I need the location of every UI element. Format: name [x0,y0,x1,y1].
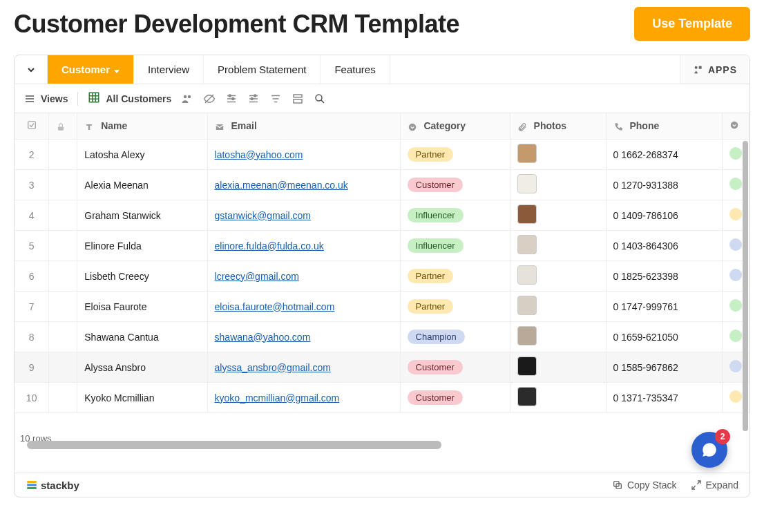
cell-photos[interactable] [510,140,606,170]
email-link[interactable]: elinore.fulda@fulda.co.uk [215,240,324,251]
cell-phone[interactable]: 0 1747-999761 [606,292,722,322]
cell-category[interactable]: Customer [400,352,510,383]
svg-point-22 [254,95,256,97]
cell-photos[interactable] [510,292,606,322]
cell-email[interactable]: latosha@yahoo.com [207,140,400,170]
table-row[interactable]: 7Eloisa Fauroteeloisa.faurote@hotmail.co… [15,292,749,322]
table-row[interactable]: 9Alyssa Ansbroalyssa_ansbro@gmail.comCus… [15,352,749,383]
checkbox-header[interactable] [15,113,49,140]
cell-phone[interactable]: 0 1662-268374 [606,140,722,170]
current-view-button[interactable]: All Customers [88,91,171,106]
avatar [517,205,537,224]
cell-photos[interactable] [510,322,606,352]
tab-customer[interactable]: Customer [48,55,134,84]
cell-name[interactable]: Shawana Cantua [77,322,207,352]
cell-category[interactable]: Customer [400,383,510,413]
cell-name[interactable]: Latosha Alexy [77,140,207,170]
copy-stack-button[interactable]: Copy Stack [612,479,677,491]
cell-phone[interactable]: 0 1659-621050 [606,322,722,352]
column-category[interactable]: Category [400,113,510,140]
table-row[interactable]: 8Shawana Cantuashawana@yahoo.comChampion… [15,322,749,352]
cell-name[interactable]: Alyssa Ansbro [77,352,207,383]
email-link[interactable]: latosha@yahoo.com [215,149,303,160]
column-label: Email [231,120,256,131]
cell-phone[interactable]: 0 1371-735347 [606,383,722,413]
group-icon[interactable] [247,93,260,105]
table-row[interactable]: 2Latosha Alexylatosha@yahoo.comPartner0 … [15,140,749,170]
cell-email[interactable]: alyssa_ansbro@gmail.com [207,352,400,383]
cell-email[interactable]: eloisa.faurote@hotmail.com [207,292,400,322]
tab-problem-statement[interactable]: Problem Statement [204,55,321,84]
row-number: 6 [15,261,49,292]
svg-line-41 [697,481,700,484]
column-photos[interactable]: Photos [510,113,606,140]
cell-email[interactable]: alexia.meenan@meenan.co.uk [207,170,400,200]
expand-button[interactable]: Expand [691,479,738,491]
column-more[interactable] [722,113,749,140]
cell-email[interactable]: lcreecy@gmail.com [207,261,400,292]
email-link[interactable]: shawana@yahoo.com [215,332,311,343]
row-height-icon[interactable] [292,93,304,105]
use-template-button[interactable]: Use Template [634,7,750,41]
cell-category[interactable]: Partner [400,292,510,322]
views-menu[interactable]: Views [24,93,68,104]
cell-photos[interactable] [510,383,606,413]
email-link[interactable]: gstanwick@gmail.com [215,210,311,221]
column-phone[interactable]: Phone [606,113,722,140]
cell-name[interactable]: Elinore Fulda [77,231,207,261]
cell-photos[interactable] [510,200,606,231]
vertical-scrollbar[interactable] [743,141,748,431]
chat-fab[interactable]: 2 [691,432,727,468]
cell-photos[interactable] [510,231,606,261]
column-email[interactable]: Email [207,113,400,140]
cell-category[interactable]: Customer [400,170,510,200]
email-link[interactable]: alexia.meenan@meenan.co.uk [215,180,348,191]
collaborators-icon[interactable] [181,93,193,105]
cell-category[interactable]: Influencer [400,200,510,231]
cell-phone[interactable]: 0 1825-623398 [606,261,722,292]
cell-photos[interactable] [510,352,606,383]
horizontal-scrollbar[interactable] [27,441,441,449]
cell-name[interactable]: Alexia Meenan [77,170,207,200]
cell-phone[interactable]: 0 1403-864306 [606,231,722,261]
table-row[interactable]: 6Lisbeth Creecylcreecy@gmail.comPartner0… [15,261,749,292]
avatar [517,357,537,376]
hide-fields-icon[interactable] [203,93,216,105]
cell-category[interactable]: Partner [400,140,510,170]
tab-interview[interactable]: Interview [134,55,204,84]
cell-email[interactable]: elinore.fulda@fulda.co.uk [207,231,400,261]
cell-category[interactable]: Champion [400,322,510,352]
filter-icon[interactable] [225,93,238,105]
column-name[interactable]: Name [77,113,207,140]
cell-phone[interactable]: 0 1585-967862 [606,352,722,383]
tab-features[interactable]: Features [321,55,390,84]
cell-photos[interactable] [510,170,606,200]
cell-category[interactable]: Influencer [400,231,510,261]
email-link[interactable]: eloisa.faurote@hotmail.com [215,301,335,312]
table-row[interactable]: 10Kyoko Mcmilliankyoko_mcmillian@gmail.c… [15,383,749,413]
cell-phone[interactable]: 0 1270-931388 [606,170,722,200]
cell-name[interactable]: Graham Stanwick [77,200,207,231]
cell-category[interactable]: Partner [400,261,510,292]
cell-email[interactable]: gstanwick@gmail.com [207,200,400,231]
table-row[interactable]: 4Graham Stanwickgstanwick@gmail.comInflu… [15,200,749,231]
cell-email[interactable]: shawana@yahoo.com [207,322,400,352]
email-link[interactable]: kyoko_mcmillian@gmail.com [215,392,340,403]
cell-phone[interactable]: 0 1409-786106 [606,200,722,231]
sort-icon[interactable] [269,93,282,105]
column-label: Photos [534,120,566,131]
cell-name[interactable]: Lisbeth Creecy [77,261,207,292]
email-link[interactable]: alyssa_ansbro@gmail.com [215,362,331,373]
cell-photos[interactable] [510,261,606,292]
brand-logo[interactable]: stackby [26,479,79,491]
cell-name[interactable]: Kyoko Mcmillian [77,383,207,413]
copy-icon [612,479,623,491]
search-icon[interactable] [314,93,326,105]
email-link[interactable]: lcreecy@gmail.com [215,271,299,282]
tabs-expand-toggle[interactable] [15,55,48,84]
cell-email[interactable]: kyoko_mcmillian@gmail.com [207,383,400,413]
cell-name[interactable]: Eloisa Faurote [77,292,207,322]
table-row[interactable]: 5Elinore Fuldaelinore.fulda@fulda.co.ukI… [15,231,749,261]
apps-button[interactable]: APPS [680,55,749,84]
table-row[interactable]: 3Alexia Meenanalexia.meenan@meenan.co.uk… [15,170,749,200]
